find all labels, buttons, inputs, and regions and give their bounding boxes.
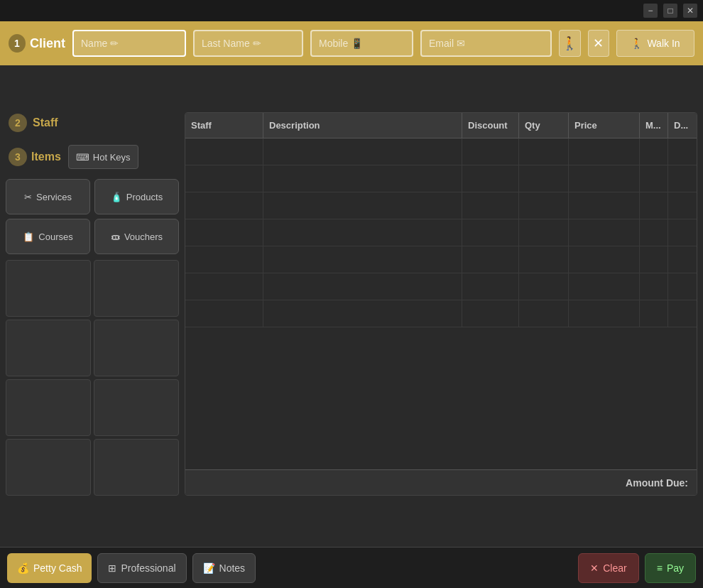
- row7-desc: [263, 300, 462, 327]
- items-section-num: 3: [9, 148, 27, 166]
- services-button[interactable]: ✂ Services: [6, 179, 90, 214]
- grid-cell-1[interactable]: [6, 260, 91, 317]
- row6-price: [569, 273, 640, 300]
- professional-label: Professional: [121, 562, 175, 574]
- row5-misc: [640, 246, 668, 273]
- title-bar: − □ ✕: [0, 0, 703, 21]
- col-price: Price: [569, 113, 640, 138]
- courses-button[interactable]: 📋 Courses: [6, 219, 90, 254]
- row2-desc: [263, 165, 462, 192]
- row1-price: [569, 138, 640, 165]
- grid-cell-6[interactable]: [94, 379, 179, 436]
- table-header: Staff Description Discount Qty Price M..…: [185, 113, 697, 138]
- left-panel: 2 Staff 3 Items ⌨ Hot Keys ✂ Services 🧴 …: [0, 107, 185, 496]
- vouchers-button[interactable]: 🎟 Vouchers: [94, 219, 179, 254]
- petty-cash-button[interactable]: 💰 Petty Cash: [7, 553, 92, 583]
- hotkeys-icon: ⌨: [76, 152, 89, 163]
- row4-discount: [462, 219, 519, 246]
- col-del: D...: [668, 113, 697, 138]
- lastname-input[interactable]: [193, 30, 303, 57]
- row3-price: [569, 192, 640, 219]
- products-icon: 🧴: [111, 192, 122, 202]
- row1-staff: [185, 138, 263, 165]
- row5-price: [569, 246, 640, 273]
- bottom-toolbar: 💰 Petty Cash ⊞ Professional 📝 Notes ✕ Cl…: [0, 547, 703, 588]
- row6-desc: [263, 273, 462, 300]
- row6-qty: [519, 273, 569, 300]
- row4-desc: [263, 219, 462, 246]
- row1-del: [668, 138, 697, 165]
- clear-label: Clear: [603, 562, 626, 574]
- products-label: Products: [126, 192, 163, 202]
- row3-qty: [519, 192, 569, 219]
- client-spacer: [0, 65, 703, 107]
- col-staff: Staff: [185, 113, 263, 138]
- table-row: [185, 219, 697, 246]
- clear-button[interactable]: ✕ Clear: [578, 553, 638, 583]
- minimize-button[interactable]: −: [643, 4, 658, 18]
- row3-discount: [462, 192, 519, 219]
- row2-price: [569, 165, 640, 192]
- grid-cell-8[interactable]: [94, 439, 179, 496]
- row2-del: [668, 165, 697, 192]
- vouchers-icon: 🎟: [111, 232, 120, 242]
- pay-button[interactable]: ≡ Pay: [645, 553, 696, 583]
- pay-icon: ≡: [657, 562, 663, 574]
- client-section-num: 1: [9, 34, 26, 53]
- table-body: [185, 138, 697, 469]
- client-bar: 1 Client 🚶 ✕ 🚶 Walk In: [0, 21, 703, 65]
- grid-cell-3[interactable]: [6, 320, 91, 376]
- row5-discount: [462, 246, 519, 273]
- maximize-button[interactable]: □: [663, 4, 677, 18]
- row6-staff: [185, 273, 263, 300]
- row6-misc: [640, 273, 668, 300]
- table-footer: Amount Due:: [185, 469, 697, 495]
- close-button[interactable]: ✕: [683, 4, 697, 18]
- professional-button[interactable]: ⊞ Professional: [97, 553, 186, 583]
- row7-discount: [462, 300, 519, 327]
- bottom-right-buttons: ✕ Clear ≡ Pay: [578, 553, 696, 583]
- table-row: [185, 273, 697, 300]
- name-input[interactable]: [72, 30, 186, 57]
- row3-misc: [640, 192, 668, 219]
- gender-icon-button[interactable]: 🚶: [559, 30, 581, 57]
- grid-cell-7[interactable]: [6, 439, 91, 496]
- grid-cell-2[interactable]: [94, 260, 179, 317]
- row6-del: [668, 273, 697, 300]
- row4-qty: [519, 219, 569, 246]
- right-panel: Staff Description Discount Qty Price M..…: [185, 107, 703, 496]
- col-description: Description: [263, 113, 462, 138]
- products-button[interactable]: 🧴 Products: [94, 179, 179, 214]
- row4-del: [668, 219, 697, 246]
- grid-cell-5[interactable]: [6, 379, 91, 436]
- table-row: [185, 138, 697, 165]
- pay-label: Pay: [667, 562, 684, 574]
- amount-due-label: Amount Due:: [626, 477, 688, 489]
- clear-icon: ✕: [590, 562, 599, 574]
- items-grid: [6, 260, 179, 496]
- row2-misc: [640, 165, 668, 192]
- walkin-label: Walk In: [647, 38, 680, 49]
- row1-desc: [263, 138, 462, 165]
- vouchers-label: Vouchers: [124, 232, 163, 242]
- notes-label: Notes: [219, 562, 246, 574]
- row2-qty: [519, 165, 569, 192]
- notes-button[interactable]: 📝 Notes: [192, 553, 256, 583]
- row3-staff: [185, 192, 263, 219]
- table-row: [185, 165, 697, 192]
- mobile-input[interactable]: [310, 30, 413, 57]
- staff-section-label: Staff: [33, 116, 58, 129]
- hotkeys-button[interactable]: ⌨ Hot Keys: [68, 145, 138, 169]
- petty-cash-label: Petty Cash: [33, 562, 82, 574]
- email-input[interactable]: [420, 30, 552, 57]
- row2-staff: [185, 165, 263, 192]
- items-label: 3 Items: [9, 148, 61, 166]
- clear-client-button[interactable]: ✕: [588, 30, 610, 57]
- row4-misc: [640, 219, 668, 246]
- row7-qty: [519, 300, 569, 327]
- walkin-button[interactable]: 🚶 Walk In: [616, 30, 694, 57]
- row2-discount: [462, 165, 519, 192]
- content-row: 2 Staff 3 Items ⌨ Hot Keys ✂ Services 🧴 …: [0, 107, 703, 496]
- row3-del: [668, 192, 697, 219]
- grid-cell-4[interactable]: [94, 320, 179, 376]
